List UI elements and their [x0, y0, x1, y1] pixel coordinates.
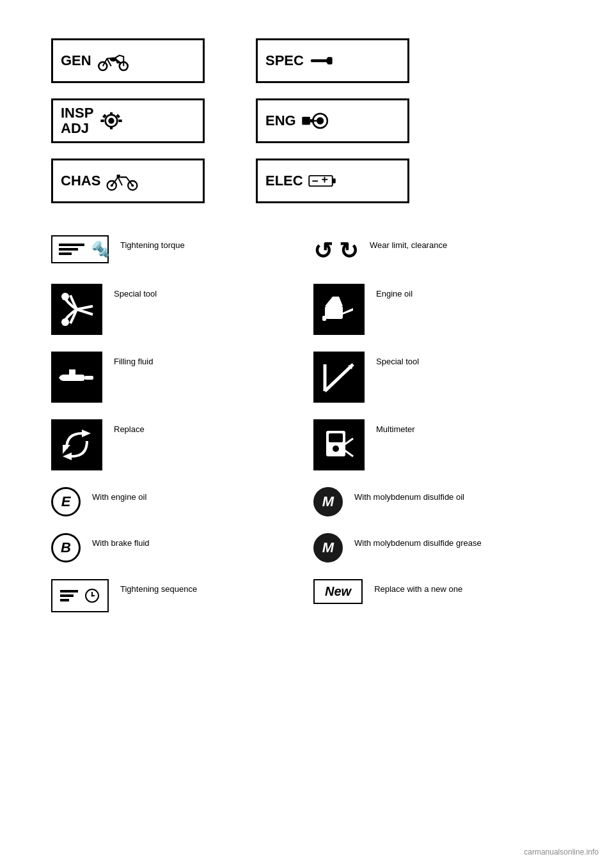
svg-marker-44 — [63, 453, 72, 460]
M1-icon: M — [313, 487, 343, 516]
new-part-label: Replace with a new one — [374, 579, 462, 596]
filling-fluid-icon — [51, 352, 102, 403]
symbol-replace: Replace — [51, 419, 275, 470]
B-icon: B — [51, 533, 81, 562]
badge-eng[interactable]: ENG — [256, 98, 409, 143]
page: GEN SPEC — [0, 0, 614, 868]
svg-rect-5 — [326, 59, 328, 63]
E-icon: E — [51, 487, 81, 516]
symbol-E: E With engine oil — [51, 487, 275, 516]
svg-line-50 — [344, 450, 353, 456]
symbol-M1: M With molybdenum disulfide oil — [313, 487, 537, 516]
wear-limit-icon: ↺ ↻ — [313, 235, 358, 267]
tighten-seq-label: Tightening sequence — [120, 579, 197, 596]
symbol-M2: M With molybdenum disulfide grease — [313, 533, 537, 562]
tightening-torque-icon: 🔩 — [51, 235, 109, 263]
badge-elec-icon — [308, 171, 336, 190]
svg-point-30 — [61, 318, 69, 326]
badge-eng-icon — [301, 109, 329, 132]
badge-gen-info[interactable]: GEN — [51, 38, 205, 83]
badge-elec-text: ELEC — [265, 173, 303, 189]
svg-rect-28 — [324, 177, 325, 183]
svg-rect-35 — [61, 375, 84, 381]
filling-fluid-label: Filling fluid — [114, 352, 153, 368]
section-badges: GEN SPEC — [51, 38, 409, 203]
badge-spec-text: SPEC — [265, 53, 304, 68]
special-tool-label: Special tool — [114, 284, 157, 300]
svg-line-49 — [344, 438, 353, 445]
tightening-torque-label: Tightening torque — [120, 235, 185, 252]
replace-label: Replace — [114, 419, 145, 436]
symbol-special-tool2: Special tool — [313, 352, 537, 403]
svg-marker-43 — [82, 430, 91, 437]
badge-chas[interactable]: CHAS — [51, 159, 205, 203]
svg-rect-34 — [322, 316, 326, 321]
svg-line-32 — [77, 309, 93, 314]
svg-line-39 — [325, 364, 353, 391]
engine-oil-label: Engine oil — [376, 284, 413, 300]
badge-insp-adj[interactable]: INSPADJ — [51, 98, 205, 143]
legend-row-6: B With brake fluid M With molybdenum dis… — [51, 533, 563, 579]
symbol-tightening-torque: 🔩 Tightening torque — [51, 235, 275, 267]
legend-row-4: Replace — [51, 419, 563, 487]
symbol-B: B With brake fluid — [51, 533, 275, 562]
svg-rect-48 — [330, 447, 333, 450]
special-tool-icon — [51, 284, 102, 335]
svg-rect-37 — [69, 369, 75, 375]
badge-gen-info-text: GEN — [61, 53, 91, 68]
new-part-icon: New — [313, 579, 363, 604]
symbol-special-tool: Special tool — [51, 284, 275, 335]
watermark: carmanualsonline.info — [524, 848, 599, 856]
svg-point-17 — [317, 117, 324, 124]
badge-insp-adj-text: INSPADJ — [61, 105, 93, 136]
M2-icon: M — [313, 533, 343, 562]
svg-rect-25 — [332, 178, 335, 183]
special-tool2-label: Special tool — [376, 352, 419, 368]
svg-rect-33 — [325, 306, 343, 319]
badge-chas-text: CHAS — [61, 173, 100, 189]
svg-rect-11 — [119, 120, 122, 122]
symbol-new-part: New Replace with a new one — [313, 579, 537, 612]
wear-limit-label: Wear limit, clearance — [370, 235, 447, 252]
engine-oil-icon — [313, 284, 365, 335]
M1-label: With molybdenum disulfide oil — [354, 487, 464, 504]
M2-label: With molybdenum disulfide grease — [354, 533, 482, 550]
svg-point-29 — [61, 293, 69, 300]
symbol-multimeter: Multimeter — [313, 419, 537, 470]
symbol-tighten-seq: Tightening sequence — [51, 579, 275, 612]
badge-chas-icon — [106, 169, 139, 192]
legend-row-3: Filling fluid Special tool — [51, 352, 563, 419]
legend-row-5: E With engine oil M With molybdenum disu… — [51, 487, 563, 533]
badge-spec[interactable]: SPEC — [256, 38, 409, 83]
svg-rect-14 — [302, 117, 310, 125]
legend-row-1: 🔩 Tightening torque ↺ ↻ Wear limit, clea… — [51, 235, 563, 284]
badge-gen-info-icon — [97, 49, 130, 72]
svg-point-7 — [109, 118, 114, 123]
svg-rect-8 — [110, 112, 113, 116]
svg-rect-3 — [311, 59, 327, 63]
E-label: With engine oil — [92, 487, 146, 504]
badge-spec-icon — [309, 51, 335, 70]
multimeter-icon — [313, 419, 365, 470]
legend-section: 🔩 Tightening torque ↺ ↻ Wear limit, clea… — [51, 235, 563, 629]
special-tool2-icon — [313, 352, 365, 403]
replace-icon — [51, 419, 102, 470]
tighten-seq-icon — [51, 579, 109, 612]
B-label: With brake fluid — [92, 533, 150, 550]
svg-point-47 — [333, 446, 339, 452]
legend-row-2: Special tool Engine oil — [51, 284, 563, 352]
svg-point-54 — [91, 595, 93, 597]
symbol-wear-limit: ↺ ↻ Wear limit, clearance — [313, 235, 537, 267]
svg-rect-46 — [329, 433, 343, 442]
badge-insp-adj-icon — [98, 109, 124, 132]
svg-point-2 — [109, 58, 116, 62]
svg-rect-36 — [84, 376, 93, 380]
svg-rect-10 — [101, 120, 104, 122]
svg-rect-26 — [312, 180, 318, 182]
multimeter-label: Multimeter — [376, 419, 415, 436]
symbol-engine-oil: Engine oil — [313, 284, 537, 335]
badge-elec[interactable]: ELEC — [256, 159, 409, 203]
badge-eng-text: ENG — [265, 113, 296, 128]
legend-row-7: Tightening sequence New Replace with a n… — [51, 579, 563, 629]
svg-marker-38 — [59, 375, 61, 381]
